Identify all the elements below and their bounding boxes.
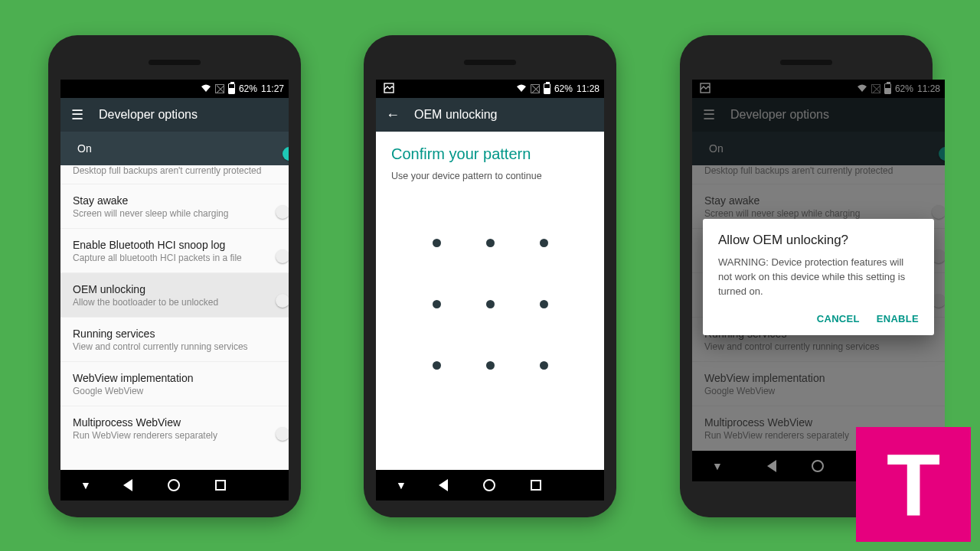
- item-subtitle: View and control currently running servi…: [73, 341, 276, 352]
- battery-icon: [544, 83, 550, 94]
- item-webview-impl[interactable]: WebView implementation Google WebView: [60, 362, 289, 406]
- item-title: Stay awake: [73, 194, 276, 207]
- battery-percent: 62%: [239, 83, 257, 94]
- settings-list[interactable]: Desktop full backups aren't currently pr…: [60, 165, 289, 470]
- battery-percent: 62%: [554, 83, 573, 94]
- nav-home-button[interactable]: [483, 479, 495, 491]
- pattern-dot[interactable]: [540, 239, 548, 247]
- nav-chevron-icon[interactable]: ▼: [80, 479, 91, 491]
- wifi-icon: [516, 83, 527, 95]
- item-subtitle: Run WebView renderers separately: [73, 430, 276, 441]
- back-arrow-icon[interactable]: ←: [385, 107, 400, 123]
- page-title: Developer options: [99, 108, 198, 122]
- pattern-dot[interactable]: [540, 300, 548, 308]
- item-stay-awake[interactable]: Stay awake Screen will never sleep while…: [60, 184, 289, 229]
- phone-confirm-pattern: 62% 11:28 ← OEM unlocking Confirm your p…: [364, 35, 616, 517]
- status-bar: 62% 11:27: [60, 80, 289, 98]
- screen-1: 62% 11:27 ☰ Developer options On Desktop…: [60, 80, 289, 500]
- oem-unlock-dialog: Allow OEM unlocking? WARNING: Device pro…: [703, 219, 934, 335]
- item-running-services[interactable]: Running services View and control curren…: [60, 318, 289, 362]
- pattern-dot[interactable]: [486, 239, 495, 247]
- confirm-pattern-panel: Confirm your pattern Use your device pat…: [376, 132, 604, 470]
- phone-developer-options: 62% 11:27 ☰ Developer options On Desktop…: [48, 35, 301, 517]
- screen-2: 62% 11:28 ← OEM unlocking Confirm your p…: [376, 80, 604, 500]
- item-title: Enable Bluetooth HCI snoop log: [73, 239, 276, 251]
- item-oem-unlocking[interactable]: OEM unlocking Allow the bootloader to be…: [60, 273, 289, 318]
- pattern-grid[interactable]: [410, 212, 570, 396]
- confirm-body: Use your device pattern to continue: [391, 171, 589, 181]
- nav-recents-button[interactable]: [215, 480, 226, 491]
- clock: 11:27: [261, 83, 284, 94]
- pattern-dot[interactable]: [433, 300, 441, 308]
- item-title: Multiprocess WebView: [73, 416, 276, 429]
- item-title: OEM unlocking: [73, 283, 276, 295]
- item-subtitle: Allow the bootloader to be unlocked: [73, 297, 276, 308]
- wifi-icon: [201, 83, 211, 95]
- screenshot-notification-icon: [384, 83, 394, 96]
- item-subtitle: Screen will never sleep while charging: [73, 208, 276, 219]
- no-sim-icon: [531, 84, 540, 93]
- item-title: WebView implementation: [73, 372, 276, 384]
- master-toggle-row[interactable]: On: [60, 132, 289, 165]
- item-subtitle: Google WebView: [73, 386, 276, 396]
- nav-recents-button[interactable]: [531, 480, 541, 491]
- screen-3: 62% 11:28 ☰ Developer options On Desktop…: [692, 80, 945, 481]
- no-sim-icon: [215, 84, 224, 93]
- logo-letter: T: [887, 434, 940, 535]
- nav-chevron-icon[interactable]: ▼: [396, 479, 407, 491]
- item-subtitle: Capture all bluetooth HCI packets in a f…: [73, 253, 276, 263]
- pattern-dot[interactable]: [486, 361, 495, 370]
- pattern-dot[interactable]: [433, 239, 441, 247]
- nav-back-button[interactable]: [123, 479, 132, 491]
- pattern-dot[interactable]: [486, 300, 495, 308]
- nav-back-button[interactable]: [439, 479, 448, 491]
- phone-speaker: [149, 60, 201, 65]
- pattern-dot[interactable]: [433, 361, 441, 370]
- item-bt-hci[interactable]: Enable Bluetooth HCI snoop log Capture a…: [60, 229, 289, 273]
- clock: 11:28: [577, 83, 599, 94]
- dialog-actions: CANCEL ENABLE: [718, 313, 919, 329]
- master-toggle-label: On: [77, 142, 92, 155]
- item-multiprocess-webview[interactable]: Multiprocess WebView Run WebView rendere…: [60, 406, 289, 451]
- dialog-body: WARNING: Device protection features will…: [718, 256, 919, 299]
- pattern-dot[interactable]: [540, 361, 548, 370]
- battery-icon: [228, 83, 235, 94]
- cancel-button[interactable]: CANCEL: [817, 313, 860, 324]
- status-bar: 62% 11:28: [376, 80, 604, 98]
- app-bar: ☰ Developer options: [60, 98, 289, 132]
- phone-speaker: [464, 60, 516, 65]
- dialog-title: Allow OEM unlocking?: [718, 233, 919, 248]
- item-title: Running services: [73, 328, 276, 340]
- nav-bar: ▼: [376, 470, 604, 500]
- page-title: OEM unlocking: [414, 108, 498, 122]
- truncated-prev-item: Desktop full backups aren't currently pr…: [60, 165, 289, 184]
- nav-bar: ▼: [60, 470, 289, 500]
- enable-button[interactable]: ENABLE: [877, 313, 919, 324]
- app-bar: ← OEM unlocking: [376, 98, 604, 132]
- confirm-heading: Confirm your pattern: [391, 145, 589, 163]
- watermark-logo: T: [856, 427, 971, 542]
- hamburger-icon[interactable]: ☰: [70, 106, 85, 123]
- phone-speaker: [780, 60, 832, 65]
- nav-home-button[interactable]: [168, 479, 180, 491]
